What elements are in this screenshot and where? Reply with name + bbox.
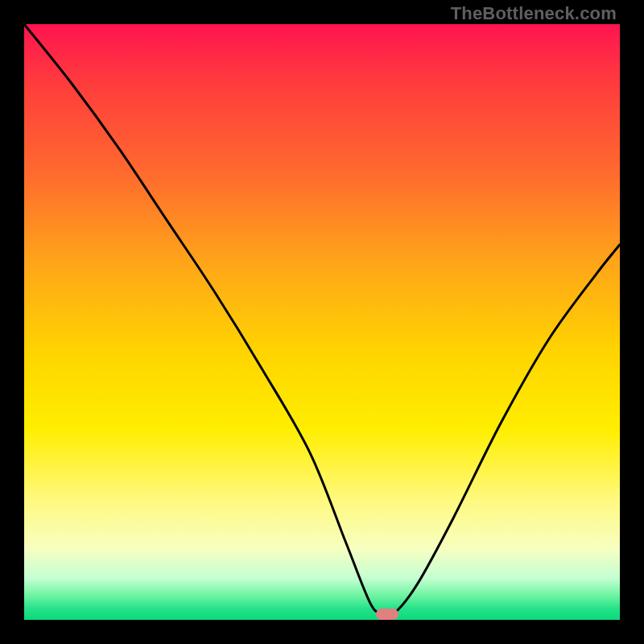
curve-svg — [24, 24, 620, 620]
plot-area — [24, 24, 620, 620]
chart-frame: TheBottleneck.com — [0, 0, 644, 644]
bottleneck-curve-path — [24, 24, 620, 617]
watermark-text: TheBottleneck.com — [451, 3, 617, 24]
optimal-point-marker — [376, 609, 398, 620]
